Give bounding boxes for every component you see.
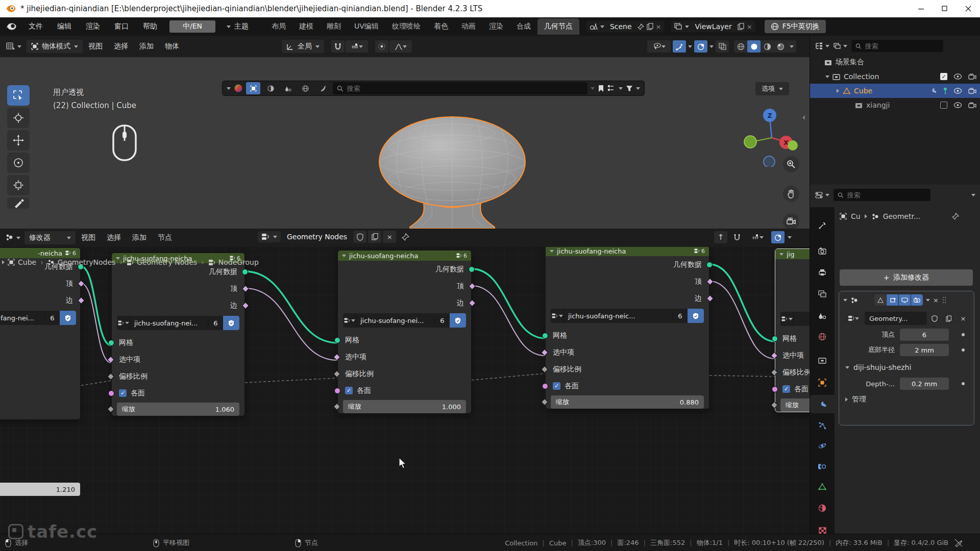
socket-row-selection[interactable]: 选中项 <box>546 344 709 361</box>
fake-user-shield-icon[interactable] <box>928 312 941 324</box>
node-header[interactable]: jichu-suofang-neicha 6 <box>338 251 471 261</box>
unlink-icon[interactable]: × <box>957 312 970 324</box>
pin-icon[interactable] <box>638 23 644 30</box>
node-menu-select[interactable]: 选择 <box>101 233 127 242</box>
modifier-wrench-icon[interactable] <box>930 87 937 94</box>
tab-physics[interactable] <box>810 437 835 455</box>
editor-type-nodes-icon[interactable] <box>3 232 16 244</box>
editor-type-properties-icon[interactable] <box>815 191 829 199</box>
hide-eye-icon[interactable] <box>953 102 962 108</box>
toggle-realtime[interactable] <box>899 294 911 306</box>
browse-node-group-icon[interactable] <box>780 312 794 326</box>
tab-animation[interactable]: 动画 <box>455 18 482 35</box>
socket-row-mesh[interactable]: 网格 <box>546 327 709 344</box>
hide-eye-icon[interactable] <box>953 73 962 80</box>
tab-modeling[interactable]: 建模 <box>292 18 320 35</box>
collapse-icon[interactable] <box>779 253 783 256</box>
tab-compositing[interactable]: 合成 <box>510 18 537 35</box>
maximize-button[interactable] <box>933 0 957 17</box>
shading-wireframe-button[interactable] <box>734 40 747 53</box>
extras-dropdown-icon[interactable] <box>926 299 930 302</box>
remove-modifier-icon[interactable]: × <box>933 296 939 304</box>
lang-switch-button[interactable]: F5中英切换 <box>765 20 826 33</box>
outliner-row-collection[interactable]: Collection ✓ <box>810 69 980 84</box>
socket-row-offset-scale[interactable]: 偏移比例 <box>775 364 810 381</box>
tab-collection[interactable] <box>810 351 835 369</box>
each-face-checkbox[interactable]: ✓ <box>553 382 560 390</box>
collapse-icon[interactable] <box>342 255 346 257</box>
browse-node-group-icon[interactable] <box>843 312 864 324</box>
socket-row-mesh[interactable]: 网格 <box>112 334 244 351</box>
socket-row-mesh[interactable]: 网格 <box>775 330 810 347</box>
minimize-button[interactable] <box>910 0 933 17</box>
toggle-edit-mode[interactable] <box>874 294 886 306</box>
breadcrumb-object[interactable]: Cube <box>18 258 36 266</box>
chevron-down-icon[interactable] <box>16 237 20 239</box>
each-face-input-socket[interactable] <box>542 383 548 389</box>
filter-scene-toggle[interactable] <box>281 82 295 94</box>
menu-file[interactable]: 文件 <box>21 17 50 36</box>
socket-row-edge[interactable]: 边 <box>0 292 80 309</box>
browse-node-group-icon[interactable] <box>258 231 281 242</box>
socket-row-edge[interactable]: 边 <box>546 290 709 307</box>
show-gizmo-toggle[interactable] <box>673 40 686 53</box>
shading-solid-button[interactable] <box>747 40 761 53</box>
each-face-input-socket[interactable] <box>334 388 340 394</box>
display-mode-selector[interactable] <box>834 43 847 49</box>
mesh-input-socket[interactable] <box>334 337 340 343</box>
tab-output[interactable] <box>810 263 835 282</box>
socket-row-offset-scale[interactable]: 偏移比例 <box>112 368 244 385</box>
tool-cursor[interactable] <box>7 108 30 128</box>
blender-app-icon[interactable] <box>5 22 17 31</box>
outliner-row-scene-collection[interactable]: 场景集合 <box>810 55 980 69</box>
socket-row-edge[interactable] <box>775 293 810 310</box>
filter-funnel-icon[interactable] <box>626 85 633 92</box>
hide-eye-icon[interactable] <box>953 88 962 94</box>
scale-slider[interactable]: 缩放0.880 <box>551 395 704 409</box>
socket-row-geometry[interactable]: 几何数据 <box>546 256 709 273</box>
tab-material[interactable] <box>810 499 835 517</box>
snap-toggle[interactable] <box>730 231 744 243</box>
outliner-editor[interactable]: 场景集合 Collection ✓ Cube xian <box>810 36 980 184</box>
menu-window[interactable]: 窗口 <box>107 17 136 36</box>
tab-shading[interactable]: 着色 <box>427 18 455 35</box>
each-face-checkbox[interactable]: ✓ <box>782 385 790 393</box>
node-group-selector[interactable]: jichu-suofang-nei... 6 <box>343 313 466 328</box>
remove-icon[interactable]: × <box>747 23 752 31</box>
tab-particles[interactable] <box>810 416 835 435</box>
node-group-selector[interactable]: jichu-suofang-neic... 6 <box>551 309 704 323</box>
breadcrumb-object-name[interactable]: Cu <box>851 212 861 220</box>
geometry-output-socket[interactable] <box>706 262 713 268</box>
snap-target-selector[interactable] <box>747 231 768 243</box>
animate-dot-icon[interactable] <box>962 348 965 352</box>
filter-material-toggle[interactable] <box>263 82 278 94</box>
node-group-id-selector[interactable]: Geometry Nodes × <box>258 231 409 243</box>
socket-row-top[interactable]: 顶 <box>112 280 244 297</box>
geometry-node-editor[interactable]: 修改器 视图 选择 添加 节点 Geometry Nodes × ↑ Cube … <box>0 229 810 534</box>
tool-rotate[interactable] <box>7 153 30 173</box>
search-input[interactable] <box>347 85 583 92</box>
object-checkbox[interactable] <box>940 102 947 109</box>
node-menu-add[interactable]: 添加 <box>127 233 152 242</box>
tab-constraints[interactable] <box>810 457 835 475</box>
toggle-display-editmode[interactable] <box>887 294 898 306</box>
collection-checkbox[interactable]: ✓ <box>940 73 947 80</box>
fake-user-shield-icon[interactable] <box>450 313 466 328</box>
filter-object-toggle[interactable] <box>246 82 260 94</box>
geometry-output-socket[interactable] <box>469 266 475 272</box>
socket-row-offset-scale[interactable]: 偏移比例 <box>338 365 471 382</box>
toggle-render[interactable] <box>911 294 923 306</box>
viewport-menu-object[interactable]: 物体 <box>159 42 185 51</box>
modifier-panel-header[interactable]: × <box>839 291 974 309</box>
socket-row-edge[interactable]: 边 <box>112 297 244 314</box>
browse-node-group-icon[interactable] <box>343 313 356 328</box>
tab-world[interactable] <box>810 328 835 346</box>
drag-handle-icon[interactable] <box>942 296 947 304</box>
socket-row-top[interactable]: 顶 <box>338 278 471 294</box>
socket-row-top[interactable]: 顶 <box>0 275 80 292</box>
socket-row-selection[interactable]: 选中项 <box>338 348 471 365</box>
vertices-value[interactable]: 6 <box>900 329 949 341</box>
chevron-down-icon[interactable] <box>636 87 640 90</box>
transform-orientation-selector[interactable]: 全局 <box>282 40 324 53</box>
outliner-row-cube[interactable]: Cube <box>810 84 980 98</box>
